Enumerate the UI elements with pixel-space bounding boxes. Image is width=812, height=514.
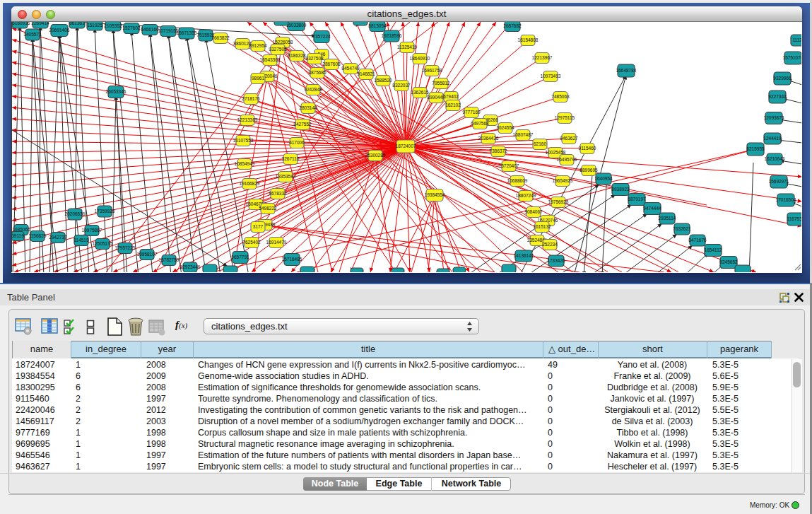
svg-text:18640910: 18640910 bbox=[410, 56, 430, 61]
svg-text:9329966: 9329966 bbox=[773, 76, 792, 81]
svg-text:417006: 417006 bbox=[289, 140, 305, 145]
svg-text:12505135: 12505135 bbox=[93, 241, 113, 246]
svg-text:12093873: 12093873 bbox=[764, 115, 784, 120]
svg-text:679402: 679402 bbox=[443, 94, 459, 99]
svg-text:2935114: 2935114 bbox=[659, 216, 676, 221]
svg-text:9474444: 9474444 bbox=[643, 206, 661, 211]
svg-text:17359928: 17359928 bbox=[95, 209, 115, 214]
svg-text:2687682: 2687682 bbox=[503, 23, 522, 28]
svg-text:19218596: 19218596 bbox=[382, 33, 402, 38]
svg-text:1615132: 1615132 bbox=[533, 224, 551, 229]
svg-text:10688609: 10688609 bbox=[507, 178, 528, 183]
svg-text:3624554: 3624554 bbox=[496, 125, 514, 130]
svg-text:5498222: 5498222 bbox=[259, 206, 277, 211]
svg-text:1244419: 1244419 bbox=[763, 136, 782, 141]
svg-text:16671355: 16671355 bbox=[177, 30, 197, 35]
svg-text:16648784: 16648784 bbox=[616, 68, 637, 73]
svg-text:3267110: 3267110 bbox=[282, 156, 300, 161]
svg-text:13353594: 13353594 bbox=[276, 174, 296, 179]
svg-text:1527602: 1527602 bbox=[122, 25, 141, 30]
svg-text:1167533: 1167533 bbox=[787, 216, 801, 221]
svg-text:8899695: 8899695 bbox=[579, 168, 598, 173]
svg-text:8813054: 8813054 bbox=[368, 23, 387, 28]
svg-text:9327505: 9327505 bbox=[269, 47, 287, 52]
svg-text:2718176: 2718176 bbox=[242, 96, 260, 101]
svg-text:16782759: 16782759 bbox=[159, 257, 180, 262]
svg-text:16495796: 16495796 bbox=[557, 157, 577, 162]
svg-text:16154808: 16154808 bbox=[518, 37, 539, 42]
svg-text:15751074: 15751074 bbox=[783, 55, 801, 60]
svg-text:8322037: 8322037 bbox=[392, 83, 411, 88]
svg-text:10719155: 10719155 bbox=[158, 28, 179, 33]
svg-text:16543362: 16543362 bbox=[260, 57, 281, 62]
svg-text:19166829: 19166829 bbox=[240, 181, 260, 186]
svg-text:18724007: 18724007 bbox=[396, 144, 416, 148]
svg-text:9245652: 9245652 bbox=[719, 259, 738, 264]
svg-text:7632621: 7632621 bbox=[673, 226, 691, 231]
svg-text:15720407: 15720407 bbox=[499, 163, 519, 168]
svg-text:12975115: 12975115 bbox=[555, 115, 575, 120]
svg-text:1588520: 1588520 bbox=[374, 78, 392, 83]
svg-text:19654923: 19654923 bbox=[553, 178, 573, 183]
svg-text:20206536: 20206536 bbox=[65, 211, 86, 216]
svg-text:10973493: 10973493 bbox=[541, 74, 561, 78]
svg-text:19756928: 19756928 bbox=[548, 199, 569, 204]
svg-text:11325419: 11325419 bbox=[397, 45, 418, 49]
svg-text:39119: 39119 bbox=[12, 233, 24, 238]
svg-text:17957225: 17957225 bbox=[115, 245, 136, 250]
svg-text:9242848: 9242848 bbox=[304, 87, 322, 92]
svg-text:2867608: 2867608 bbox=[322, 62, 341, 66]
svg-text:8678332: 8678332 bbox=[269, 191, 287, 196]
svg-text:162102: 162102 bbox=[445, 103, 461, 107]
svg-text:20691406: 20691406 bbox=[49, 28, 70, 33]
svg-text:7663822: 7663822 bbox=[211, 35, 230, 40]
svg-text:3875685: 3875685 bbox=[308, 70, 326, 75]
svg-text:9327508: 9327508 bbox=[305, 56, 324, 61]
svg-text:8215955: 8215955 bbox=[746, 146, 765, 151]
svg-text:1640954: 1640954 bbox=[594, 176, 613, 181]
svg-text:861363: 861363 bbox=[69, 22, 85, 25]
svg-text:7485063: 7485063 bbox=[551, 94, 570, 99]
svg-text:252234: 252234 bbox=[542, 242, 558, 247]
svg-text:8186328: 8186328 bbox=[288, 53, 306, 58]
svg-text:1733426: 1733426 bbox=[547, 258, 565, 263]
svg-text:16160936: 16160936 bbox=[12, 22, 30, 25]
svg-text:20364436: 20364436 bbox=[478, 136, 499, 141]
svg-text:7955812: 7955812 bbox=[432, 81, 450, 86]
svg-text:16914479: 16914479 bbox=[266, 240, 287, 245]
svg-text:6879197: 6879197 bbox=[628, 197, 646, 201]
svg-text:14136141: 14136141 bbox=[514, 253, 534, 258]
svg-text:9115460: 9115460 bbox=[579, 146, 596, 151]
svg-text:1654112: 1654112 bbox=[705, 247, 722, 252]
svg-text:8912954: 8912954 bbox=[249, 43, 267, 48]
svg-text:10958107: 10958107 bbox=[137, 252, 158, 257]
svg-text:16033809: 16033809 bbox=[286, 23, 307, 28]
svg-text:62160: 62160 bbox=[534, 141, 546, 146]
svg-text:10807487: 10807487 bbox=[513, 132, 534, 137]
svg-text:10975867: 10975867 bbox=[82, 228, 102, 233]
svg-text:9777169: 9777169 bbox=[462, 110, 481, 115]
svg-text:26053346: 26053346 bbox=[106, 89, 126, 94]
svg-text:12213369: 12213369 bbox=[237, 117, 258, 122]
svg-text:98961: 98961 bbox=[252, 76, 264, 81]
svg-text:8471676: 8471676 bbox=[688, 238, 707, 243]
svg-text:17016504: 17016504 bbox=[776, 197, 796, 202]
svg-text:10107553: 10107553 bbox=[233, 138, 254, 143]
svg-text:1405571: 1405571 bbox=[23, 32, 42, 37]
svg-text:12923446: 12923446 bbox=[180, 264, 201, 269]
svg-text:3177: 3177 bbox=[253, 224, 264, 229]
svg-text:2803144: 2803144 bbox=[299, 105, 317, 110]
svg-text:2105352: 2105352 bbox=[104, 23, 122, 28]
svg-text:9146821: 9146821 bbox=[357, 71, 375, 76]
svg-text:11123: 11123 bbox=[792, 37, 801, 42]
svg-text:6466160: 6466160 bbox=[141, 27, 159, 32]
svg-text:19384554: 19384554 bbox=[425, 192, 445, 197]
svg-text:15692971: 15692971 bbox=[769, 179, 789, 184]
svg-text:114519: 114519 bbox=[73, 238, 89, 243]
svg-text:25300285: 25300285 bbox=[365, 153, 386, 158]
svg-text:9227342: 9227342 bbox=[768, 94, 787, 99]
svg-text:9657791: 9657791 bbox=[231, 255, 249, 259]
svg-text:6497568: 6497568 bbox=[471, 121, 489, 126]
svg-text:8938923: 8938923 bbox=[611, 187, 630, 192]
svg-text:8454749: 8454749 bbox=[341, 66, 360, 71]
